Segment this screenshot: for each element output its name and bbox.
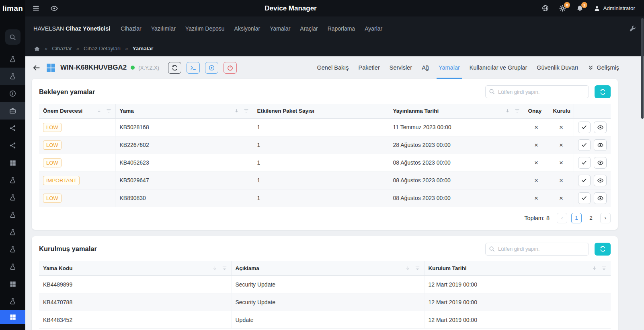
back-button[interactable] — [33, 64, 40, 72]
sidebar-item-extension-5[interactable] — [0, 206, 25, 223]
view-patch-button[interactable] — [594, 192, 607, 204]
sidebar-item-extension-3[interactable] — [0, 171, 25, 189]
filter-icon[interactable] — [601, 266, 607, 271]
previous-page-button[interactable]: ‹ — [557, 213, 567, 223]
user-menu[interactable]: Administrator — [594, 5, 635, 12]
tab-yamalar-active[interactable]: Yamalar — [439, 56, 460, 79]
sort-icon[interactable] — [234, 108, 239, 113]
col-aciklama: Açıklama — [236, 265, 259, 271]
sort-icon[interactable] — [405, 266, 410, 271]
installed-refresh-button[interactable] — [595, 243, 611, 256]
tab-servisler[interactable]: Servisler — [390, 56, 412, 79]
pending-search-input[interactable] — [485, 85, 589, 98]
approve-patch-button[interactable] — [578, 175, 591, 186]
approve-patch-button[interactable] — [578, 157, 591, 169]
sidebar-item-extension-7[interactable] — [0, 241, 25, 258]
tab-gelismis[interactable]: Gelişmiş — [588, 64, 619, 71]
nav-item-yamalar[interactable]: Yamalar — [270, 25, 290, 32]
filter-icon[interactable] — [222, 266, 227, 271]
tab-genel-bakis[interactable]: Genel Bakış — [317, 56, 349, 79]
filter-icon[interactable] — [515, 108, 520, 113]
app-title: Device Manager — [265, 4, 316, 12]
sidebar-item-windows-2[interactable] — [0, 275, 25, 293]
filter-icon[interactable] — [106, 108, 111, 113]
installed-status: × — [559, 159, 563, 167]
flask-icon — [9, 73, 16, 80]
sidebar-item-share-2[interactable] — [0, 137, 25, 154]
approve-patch-button[interactable] — [578, 192, 591, 204]
col-kurulu: Kurulu — [553, 108, 571, 114]
sort-icon[interactable] — [212, 266, 217, 271]
patch-code: KB4489899 — [39, 276, 231, 293]
sort-icon[interactable] — [96, 108, 102, 113]
menu-icon[interactable] — [33, 5, 39, 12]
sidebar-item-extension-8[interactable] — [0, 258, 25, 275]
filter-icon[interactable] — [244, 108, 249, 113]
nav-item-cihazlar[interactable]: Cihazlar — [121, 25, 141, 32]
tab-ag[interactable]: Ağ — [422, 56, 429, 79]
info-icon — [9, 90, 16, 97]
view-patch-button[interactable] — [594, 122, 607, 133]
nav-item-yazilim-deposu[interactable]: Yazılım Deposu — [185, 25, 225, 32]
view-patch-button[interactable] — [594, 139, 607, 151]
table-row: LOW KB4052623 1 08 Ağustos 2023 00:00 × … — [39, 154, 611, 171]
table-row: KB4470788 Security Update 12 Mart 2019 0… — [39, 293, 611, 311]
tab-kullanicilar-ve-gruplar[interactable]: Kullanıcılar ve Gruplar — [470, 56, 527, 79]
pending-refresh-button[interactable] — [595, 85, 611, 98]
page-2-button[interactable]: 2 — [586, 213, 596, 223]
sidebar-item-extension-4[interactable] — [0, 189, 25, 206]
filter-icon[interactable] — [415, 266, 420, 271]
view-patch-button[interactable] — [594, 175, 607, 186]
sidebar-item-device-manager-active[interactable] — [0, 102, 25, 120]
sidebar-item-extension-1[interactable] — [0, 50, 25, 68]
module-brand[interactable]: HAVELSAN Cihaz Yöneticisi — [33, 25, 110, 32]
sidebar-item-share-1[interactable] — [0, 120, 25, 137]
globe-icon[interactable] — [542, 5, 549, 12]
device-run-button[interactable] — [205, 62, 218, 74]
sort-icon[interactable] — [592, 266, 597, 271]
page-1-button[interactable]: 1 — [571, 213, 582, 223]
nav-item-raporlama[interactable]: Raporlama — [328, 25, 355, 32]
nav-item-yazilimlar[interactable]: Yazılımlar — [151, 25, 176, 32]
device-refresh-button[interactable] — [168, 62, 181, 74]
eye-icon[interactable] — [51, 5, 58, 12]
page-scrollbar[interactable] — [641, 18, 644, 119]
nav-item-araclar[interactable]: Araçlar — [300, 25, 318, 32]
table-row: IMPORTANT KB5029647 1 08 Ağustos 2023 00… — [39, 171, 611, 189]
installed-search-input[interactable] — [485, 243, 589, 256]
installed-status: × — [559, 177, 563, 184]
module-navbar: HAVELSAN Cihaz Yöneticisi Cihazlar Yazıl… — [25, 16, 644, 41]
sidebar-search-button[interactable] — [5, 29, 21, 45]
module-brand-prefix: HAVELSAN — [33, 25, 64, 32]
approve-patch-button[interactable] — [578, 139, 591, 151]
sidebar-item-extension-2-active[interactable] — [0, 68, 25, 85]
patch-description: Security Update — [231, 293, 424, 311]
tab-paketler[interactable]: Paketler — [359, 56, 380, 79]
sidebar-item-extension-6[interactable] — [0, 223, 25, 241]
approve-patch-button[interactable] — [578, 122, 591, 133]
settings-notifications-button[interactable]: 0 — [559, 5, 566, 12]
gelismis-label: Gelişmiş — [597, 64, 619, 71]
nav-item-ayarlar[interactable]: Ayarlar — [365, 25, 382, 32]
severity-badge: LOW — [43, 158, 62, 167]
affected-count: 1 — [253, 118, 389, 136]
view-patch-button[interactable] — [594, 157, 607, 169]
home-icon[interactable] — [34, 45, 40, 52]
sidebar-item-windows-selected[interactable] — [0, 310, 25, 324]
breadcrumb-cihaz-detaylari[interactable]: Cihaz Detayları — [84, 45, 121, 52]
breadcrumb-cihazlar[interactable]: Cihazlar — [52, 45, 72, 52]
notifications-button[interactable]: 2 — [576, 5, 583, 12]
sort-icon[interactable] — [505, 108, 510, 113]
tab-guvenlik-duvari[interactable]: Güvenlik Duvarı — [537, 56, 578, 79]
device-terminal-button[interactable] — [187, 62, 200, 74]
patch-description: Security Update — [231, 276, 424, 293]
device-power-button[interactable] — [224, 62, 237, 74]
sidebar-item-extension-9[interactable] — [0, 293, 25, 310]
sidebar-item-info[interactable] — [0, 85, 25, 102]
next-page-button[interactable]: › — [600, 213, 611, 223]
sidebar-item-windows-1[interactable] — [0, 154, 25, 171]
pending-patches-table: Önem Derecesi Yama Etkilenen Paket Sayıs… — [39, 104, 611, 207]
tools-wrench-icon[interactable] — [629, 25, 636, 32]
nav-item-aksiyonlar[interactable]: Aksiyonlar — [234, 25, 260, 32]
install-date: 12 Mart 2019 00:00 — [424, 311, 611, 329]
